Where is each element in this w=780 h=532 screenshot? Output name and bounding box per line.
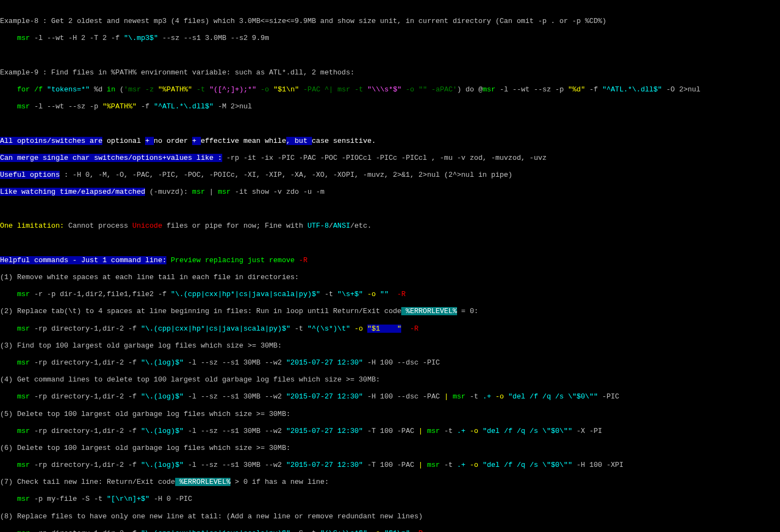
msr-cmd: msr xyxy=(17,34,30,42)
ex8-lead: Example-8 : Get 2 oldest and newest mp3 … xyxy=(0,17,606,25)
terminal-output: Example-8 : Get 2 oldest and newest mp3 … xyxy=(0,17,780,532)
helpful-hdr: Helpful commands - Just 1 command line: xyxy=(0,256,166,264)
